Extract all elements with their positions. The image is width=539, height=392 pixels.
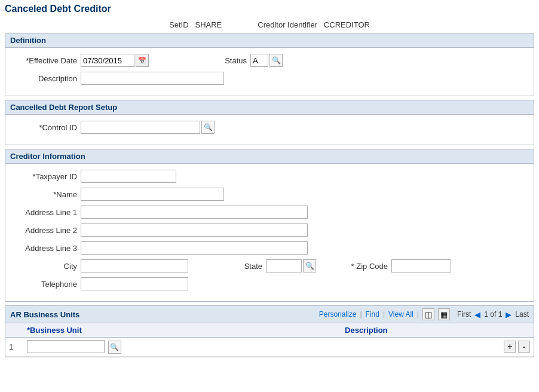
description-row: Description: [15, 72, 524, 85]
definition-section-body: *Effective Date 📅 Status 🔍 Description: [5, 48, 534, 96]
ar-header-row: AR Business Units Personalize | Find | V…: [5, 306, 534, 323]
table-row: 1 🔍 + -: [5, 338, 534, 357]
cancelled-debt-section: Cancelled Debt Report Setup *Control ID …: [5, 100, 534, 145]
row-num-col: [5, 323, 23, 338]
control-id-search-icon: 🔍: [204, 123, 213, 131]
zipcode-input[interactable]: [391, 259, 451, 272]
state-label: State: [200, 262, 266, 271]
page-title: Canceled Debt Creditor: [0, 0, 539, 17]
name-input[interactable]: [81, 188, 224, 201]
ar-table: *Business Unit Description 1 🔍 +: [5, 323, 534, 357]
status-label: Status: [220, 56, 250, 65]
telephone-input[interactable]: [81, 277, 188, 290]
address3-row: Address Line 3: [15, 241, 524, 255]
definition-section: Definition *Effective Date 📅 Status 🔍 De…: [5, 33, 534, 96]
add-icon: +: [507, 342, 512, 351]
delete-row-btn[interactable]: -: [518, 341, 530, 353]
description-cell: [341, 338, 498, 357]
business-unit-col-header: *Business Unit: [23, 323, 341, 338]
creditor-info-section: Creditor Information *Taxpayer ID *Name …: [5, 149, 534, 302]
creditor-id-value: CCREDITOR: [324, 20, 370, 29]
address2-input[interactable]: [81, 223, 308, 237]
business-unit-input[interactable]: [27, 340, 105, 353]
grid-icon-2[interactable]: ▦: [438, 308, 450, 320]
name-row: *Name: [15, 188, 524, 201]
status-group: Status 🔍: [220, 54, 283, 67]
definition-section-header: Definition: [5, 33, 534, 48]
address3-label: Address Line 3: [15, 244, 81, 253]
header-info: SetID SHARE Creditor Identifier CCREDITO…: [0, 17, 539, 33]
action-buttons-cell: + -: [498, 338, 534, 357]
address1-label: Address Line 1: [15, 208, 81, 217]
control-id-search-btn[interactable]: 🔍: [201, 121, 215, 134]
ar-table-header-row: *Business Unit Description: [5, 323, 534, 338]
state-search-icon: 🔍: [305, 262, 314, 270]
business-unit-search-btn[interactable]: 🔍: [108, 341, 121, 354]
calendar-icon: 📅: [138, 57, 146, 65]
city-state-zip-row: City State 🔍 * Zip Code: [15, 259, 524, 272]
telephone-label: Telephone: [15, 280, 81, 289]
city-input[interactable]: [81, 259, 188, 272]
taxpayer-id-input[interactable]: [81, 170, 176, 183]
cancelled-debt-section-header: Cancelled Debt Report Setup: [5, 100, 534, 115]
effective-date-status-row: *Effective Date 📅 Status 🔍: [15, 54, 524, 67]
state-search-btn[interactable]: 🔍: [303, 259, 316, 272]
taxpayer-id-label: *Taxpayer ID: [15, 172, 81, 181]
status-input[interactable]: [250, 54, 268, 67]
ar-header-controls: Personalize | Find | View All | ◫ ▦ Firs…: [319, 308, 529, 320]
effective-date-input[interactable]: [81, 54, 134, 67]
address1-input[interactable]: [81, 206, 308, 219]
next-arrow[interactable]: ▶: [506, 310, 512, 319]
prev-arrow[interactable]: ◀: [474, 310, 480, 319]
name-label: *Name: [15, 190, 81, 199]
city-label: City: [15, 262, 81, 271]
address3-input[interactable]: [81, 241, 308, 255]
creditor-id-label: Creditor Identifier: [258, 20, 317, 29]
add-row-btn[interactable]: +: [504, 341, 516, 353]
setid-value: SHARE: [195, 20, 222, 29]
view-all-link[interactable]: View All: [388, 310, 414, 318]
telephone-row: Telephone: [15, 277, 524, 290]
address2-label: Address Line 2: [15, 226, 81, 235]
status-search-btn[interactable]: 🔍: [270, 54, 283, 67]
ar-table-body: 1 🔍 + -: [5, 338, 534, 357]
business-unit-search-icon: 🔍: [110, 343, 119, 351]
control-id-row: *Control ID 🔍: [15, 121, 524, 134]
ar-section-title: AR Business Units: [10, 310, 79, 319]
grid-icon-1[interactable]: ◫: [422, 308, 434, 320]
setid-group: SetID SHARE: [169, 20, 222, 29]
ar-business-units-section: AR Business Units Personalize | Find | V…: [5, 305, 534, 357]
business-unit-cell: 🔍: [23, 338, 341, 357]
address2-row: Address Line 2: [15, 223, 524, 237]
last-label: Last: [515, 310, 529, 318]
creditor-info-section-header: Creditor Information: [5, 149, 534, 164]
find-link[interactable]: Find: [366, 310, 379, 318]
pagination-text: 1 of 1: [484, 310, 502, 318]
description-input[interactable]: [81, 72, 224, 85]
control-id-label: *Control ID: [15, 123, 81, 132]
creditor-id-group: Creditor Identifier CCREDITOR: [258, 20, 370, 29]
state-input[interactable]: [266, 259, 302, 272]
taxpayer-id-row: *Taxpayer ID: [15, 170, 524, 183]
row-number: 1: [5, 338, 23, 357]
zipcode-label: * Zip Code: [326, 262, 391, 271]
description-label: Description: [15, 74, 81, 83]
ar-table-header: *Business Unit Description: [5, 323, 534, 338]
del-icon: -: [523, 342, 526, 351]
calendar-icon-btn[interactable]: 📅: [136, 54, 149, 67]
address1-row: Address Line 1: [15, 206, 524, 219]
effective-date-group: *Effective Date 📅: [15, 54, 149, 67]
action-col: [498, 323, 534, 338]
description-col-header: Description: [341, 323, 498, 338]
setid-label: SetID: [169, 20, 189, 29]
control-id-input[interactable]: [81, 121, 200, 134]
effective-date-label: *Effective Date: [15, 56, 81, 65]
status-search-icon: 🔍: [272, 56, 281, 65]
cancelled-debt-section-body: *Control ID 🔍: [5, 115, 534, 145]
creditor-info-section-body: *Taxpayer ID *Name Address Line 1 Addres…: [5, 164, 534, 301]
first-label: First: [457, 310, 471, 318]
personalize-link[interactable]: Personalize: [319, 310, 357, 318]
